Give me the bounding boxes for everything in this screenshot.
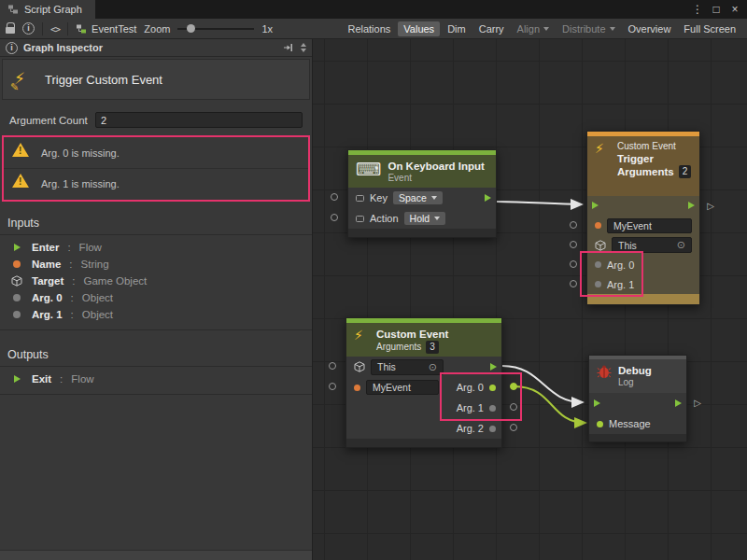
argument-count-input[interactable] <box>95 112 303 128</box>
custom-event-icon <box>595 141 611 157</box>
target-field[interactable]: This <box>612 237 692 253</box>
scroll-spinner-icon[interactable] <box>301 43 306 52</box>
carry-button[interactable]: Carry <box>473 21 510 36</box>
graph-inspector-panel: Graph Inspector Trigger Custom Event Arg… <box>0 39 313 560</box>
lock-icon[interactable] <box>6 27 15 34</box>
input-port[interactable] <box>331 214 338 221</box>
value-port-dot <box>489 426 496 432</box>
script-graph-icon <box>7 4 19 15</box>
flow-input-port[interactable] <box>592 202 599 209</box>
event-name-field[interactable]: MyEvent <box>607 218 692 233</box>
menu-icon[interactable]: ⋮ <box>689 3 706 16</box>
flow-input-port[interactable] <box>594 399 600 407</box>
node-row-key: Key Space <box>348 188 496 208</box>
separator: : <box>67 242 70 253</box>
node-title: Arguments <box>376 342 421 353</box>
action-dropdown[interactable]: Hold <box>404 212 446 225</box>
keycap-icon <box>356 195 364 202</box>
node-trigger-custom-event[interactable]: Custom Event Trigger Arguments 2 <box>586 131 700 305</box>
tab-script-graph[interactable]: Script Graph <box>0 0 95 19</box>
node-row-message: Message <box>589 413 686 434</box>
toolbar-button-group: Relations Values Dim Carry Align Distrib… <box>342 21 741 36</box>
input-port[interactable] <box>570 280 577 287</box>
maximize-icon[interactable]: □ <box>708 3 725 16</box>
pin-name: Target <box>32 275 63 287</box>
pin-name: Arg. 1 <box>32 309 63 320</box>
target-field[interactable]: This <box>371 359 444 375</box>
zoom-slider-knob[interactable] <box>187 24 195 33</box>
connection-keyboard-to-trigger[interactable] <box>497 202 582 204</box>
zoom-slider[interactable] <box>177 22 254 35</box>
node-row-arg1: Arg. 1 <box>587 274 699 294</box>
event-name-field[interactable]: MyEvent <box>366 380 439 395</box>
keycap-icon <box>356 216 364 222</box>
node-on-keyboard-input[interactable]: On Keyboard Input Event Key Space Action… <box>347 149 497 238</box>
keyboard-icon <box>356 160 381 178</box>
node-header: On Keyboard Input Event <box>348 155 496 188</box>
distribute-button[interactable]: Distribute <box>557 21 620 36</box>
warning-text: Arg. 0 is missing. <box>41 147 120 159</box>
graph-asset-chip[interactable]: EventTest <box>76 23 136 35</box>
flow-output-port[interactable] <box>490 363 497 371</box>
unit-title: Trigger Custom Event <box>45 73 162 87</box>
separator: : <box>71 292 74 303</box>
arg-label: Arg. 0 <box>457 382 484 393</box>
dock-icon[interactable] <box>283 43 293 52</box>
node-body: This MyEvent Arg. 0 Arg. 1 <box>346 357 501 439</box>
node-category: Custom Event <box>376 328 448 341</box>
input-port[interactable] <box>329 383 336 390</box>
dim-button[interactable]: Dim <box>442 21 472 36</box>
output-port[interactable] <box>510 403 517 411</box>
info-icon[interactable] <box>22 22 35 35</box>
relations-button[interactable]: Relations <box>342 21 396 36</box>
flow-output-port[interactable] <box>675 399 682 407</box>
list-item: Arg. 0 : Object <box>0 289 312 306</box>
node-body: Key Space Action Hold <box>348 188 496 229</box>
input-port[interactable] <box>570 260 577 268</box>
flow-output-port[interactable] <box>485 194 491 202</box>
pin-type: Object <box>82 309 113 320</box>
outputs-list: Exit : Flow <box>0 367 312 395</box>
node-debug-log[interactable]: Debug Log Message <box>588 355 687 442</box>
list-item: Name : String <box>0 256 312 273</box>
window-tab-bar: Script Graph ⋮ □ × <box>0 0 747 19</box>
align-label: Align <box>517 23 540 35</box>
pin-type: Object <box>82 292 113 303</box>
input-port[interactable] <box>570 221 577 229</box>
key-dropdown[interactable]: Space <box>393 191 443 204</box>
node-category: Custom Event <box>617 141 691 152</box>
warning-icon <box>12 143 29 157</box>
node-header: Debug Log <box>589 359 686 393</box>
node-row-flow <box>587 196 699 216</box>
input-port[interactable] <box>570 241 577 248</box>
key-label: Key <box>370 192 388 203</box>
unit-title-block: Trigger Custom Event <box>2 59 310 100</box>
fullscreen-button[interactable]: Full Screen <box>678 21 741 36</box>
arg0-output: Arg. 0 <box>457 377 496 398</box>
code-icon[interactable] <box>50 23 60 35</box>
argument-count-badge: 3 <box>426 341 439 354</box>
message-port-connected[interactable] <box>597 421 603 427</box>
key-value: Space <box>399 192 427 203</box>
node-subtitle: Event <box>388 173 485 184</box>
node-row-target: This <box>346 357 501 377</box>
pin-name: Arg. 0 <box>32 292 63 303</box>
overview-button[interactable]: Overview <box>623 21 677 36</box>
toolbar-separator <box>42 22 43 35</box>
list-item: Target : Game Object <box>0 273 312 289</box>
action-label: Action <box>370 213 399 224</box>
flow-output-port[interactable] <box>688 202 695 209</box>
flow-icon <box>14 244 21 251</box>
node-custom-event-arguments[interactable]: Custom Event Arguments 3 This <box>345 317 502 448</box>
output-port[interactable] <box>510 424 517 431</box>
input-port[interactable] <box>329 362 336 370</box>
output-port-connected[interactable] <box>510 383 517 390</box>
graph-canvas[interactable]: On Keyboard Input Event Key Space Action… <box>313 39 747 560</box>
connection-arg0-to-message[interactable] <box>514 386 585 423</box>
node-row-arg2: Arg. 2 <box>346 418 501 439</box>
inputs-section-header: Inputs <box>0 213 312 235</box>
input-port[interactable] <box>331 193 338 201</box>
values-button[interactable]: Values <box>398 21 440 36</box>
close-icon[interactable]: × <box>726 3 743 16</box>
align-button[interactable]: Align <box>512 21 555 36</box>
